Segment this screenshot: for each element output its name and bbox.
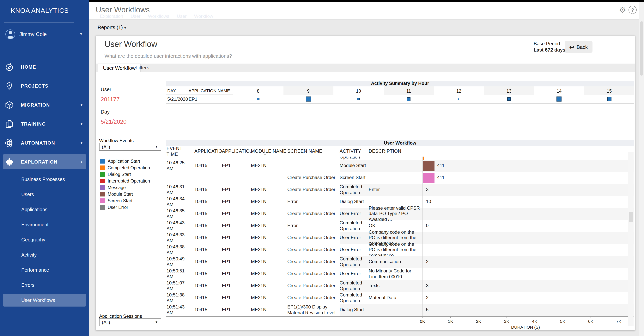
sidebar-item-geography[interactable]: Geography — [0, 232, 89, 247]
hour-header-13: 13 — [484, 86, 534, 95]
page-scrollbar-thumb[interactable] — [640, 21, 643, 76]
sidebar-item-users[interactable]: Users — [0, 187, 89, 202]
sidebar-item-exploration[interactable]: EXPLORATION▴ — [0, 152, 89, 171]
activity-marker[interactable] — [407, 97, 411, 101]
day-filter-value[interactable]: 5/21/2020 — [101, 118, 126, 125]
column-header-application-name[interactable]: APPLICATION NAME — [188, 88, 233, 93]
axis-title: DURATION (S) — [511, 325, 540, 329]
sidebar-item-environment[interactable]: Environment — [0, 217, 89, 232]
tab-filters[interactable]: Filters — [131, 64, 154, 72]
cell-application-user: 10415 — [194, 160, 222, 172]
user-workflow-table: User Workflow EVENT TIMEAPPLICATIO..APPL… — [166, 140, 634, 317]
workflow-events-select[interactable]: (All) ▼ — [99, 143, 161, 151]
sidebar-item-performance[interactable]: Performance — [0, 262, 89, 277]
back-arrow-icon: ↩ — [570, 44, 574, 50]
column-header-event-time[interactable]: EVENT TIME — [166, 146, 194, 157]
axis-tick-label: 7K — [616, 319, 621, 323]
duration-bar[interactable] — [423, 306, 423, 314]
cell-application-name: EP1 — [222, 304, 251, 316]
column-header-day[interactable]: DAY — [166, 88, 188, 93]
table-row[interactable]: 10:50:49 AM10415EP1ME21NCreate Purchase … — [166, 256, 634, 268]
user-name: Jimmy Cole — [19, 31, 47, 37]
legend-swatch — [100, 185, 105, 190]
table-row[interactable]: Create Purchase OrderScreen Start411 — [166, 172, 634, 184]
sidebar-item-migration[interactable]: MIGRATION▾ — [0, 95, 89, 114]
cell-application-user: 10415 — [194, 196, 222, 208]
table-row[interactable]: 10:46:31 AM10415EP1ME21NCreate Purchase … — [166, 184, 634, 196]
activity-marker[interactable] — [458, 98, 460, 100]
sidebar-item-business-processes[interactable]: Business Processes — [0, 172, 89, 187]
legend-swatch — [100, 192, 105, 196]
reports-dropdown[interactable]: Reports (1)▾ — [98, 25, 126, 30]
cell-screen-name: Create Purchase Order — [287, 244, 340, 256]
cell-module-name: ME21N — [251, 268, 287, 280]
cell-description: Material Data — [369, 292, 422, 304]
sidebar-item-applications[interactable]: Applications — [0, 202, 89, 217]
cell-event-time: 10:50:49 AM — [166, 256, 194, 268]
activity-summary-title: Activity Summary by Hour — [166, 81, 634, 86]
duration-bar[interactable] — [423, 222, 423, 230]
activity-marker[interactable] — [507, 97, 511, 101]
sidebar-item-label: TRAINING — [21, 121, 46, 127]
duration-bar[interactable] — [423, 282, 423, 290]
sidebar-item-errors[interactable]: Errors — [0, 277, 89, 293]
duration-bar[interactable] — [423, 173, 434, 183]
cell-application-user: 10415 — [194, 232, 222, 244]
help-icon[interactable]: ? — [628, 6, 637, 14]
activity-marker[interactable] — [557, 97, 562, 102]
legend-label: Screen Start — [108, 198, 132, 203]
table-row[interactable]: 10:46:25 AM10415EP1ME21NModule Start411 — [166, 160, 634, 172]
duration-bar[interactable] — [423, 198, 423, 206]
column-header-applicatio[interactable]: APPLICATIO.. — [222, 149, 251, 154]
duration-bar[interactable] — [423, 186, 423, 194]
application-sessions-select[interactable]: (All) ▼ — [99, 318, 161, 326]
legend-label: User Error — [108, 205, 128, 209]
chevron-down-icon: ▾ — [80, 122, 82, 126]
column-header-applicatio[interactable]: APPLICATIO.. — [194, 149, 222, 154]
sidebar-item-user-workflows[interactable]: User Workflows — [0, 293, 89, 308]
axis-tick — [450, 316, 451, 318]
table-row[interactable]: 10:48:38 AM10415EP1ME21NCreate Purchase … — [166, 244, 634, 256]
cell-activity: Completed Operation — [340, 280, 369, 292]
back-button-label: Back — [576, 44, 588, 50]
table-scrollbar-thumb[interactable] — [629, 212, 633, 222]
column-header-screen-name[interactable]: SCREEN NAME — [287, 149, 340, 154]
page-scrollbar[interactable] — [639, 2, 644, 336]
cell-application-user: 10415 — [194, 208, 222, 220]
activity-marker[interactable] — [257, 98, 260, 100]
row-right-group: User ErrorPlease enter valid CPSR data-P… — [340, 208, 634, 220]
table-row[interactable]: 10:50:51 AM10415EP1ME21NCreate Purchase … — [166, 268, 634, 280]
duration-bar[interactable] — [423, 161, 434, 171]
column-header-module-name[interactable]: MODULE NAME‒ — [251, 146, 287, 156]
column-header-label: ACTIVITY — [340, 149, 361, 154]
user-menu[interactable]: Jimmy Cole ▾ — [6, 29, 86, 39]
sidebar-item-automation[interactable]: AUTOMATION▾ — [0, 133, 89, 152]
activity-marker[interactable] — [607, 97, 612, 101]
sidebar-item-training[interactable]: TRAINING▾ — [0, 114, 89, 133]
activity-marker[interactable] — [357, 98, 360, 100]
duration-bar[interactable] — [423, 294, 423, 302]
table-row[interactable]: 10:51:43 AM10415EP1ME21NEP1(1)/300 Displ… — [166, 304, 634, 316]
chevron-down-icon: ▾ — [80, 103, 82, 107]
chevron-down-icon[interactable]: ▾ — [80, 32, 82, 36]
activity-summary-row[interactable]: 5/21/2020 EP1 — [166, 95, 634, 104]
column-header-activity[interactable]: ACTIVITY — [340, 149, 369, 154]
back-button[interactable]: ↩ Back — [564, 41, 592, 53]
base-period-value: Last 672 days — [534, 47, 566, 53]
duration-bar[interactable] — [423, 258, 423, 266]
table-scrollbar[interactable] — [628, 152, 634, 326]
cell-description: Texts — [369, 280, 422, 292]
axis-tick-label: 6K — [588, 319, 593, 323]
table-row[interactable]: 10:46:35 AM10415EP1ME21NCreate Purchase … — [166, 208, 634, 220]
table-row[interactable]: 10:51:38 AM10415EP1ME21NCreate Purchase … — [166, 292, 634, 304]
partial-row-spacer — [166, 157, 340, 160]
cell-activity: Completed Operation — [340, 220, 369, 232]
gear-icon[interactable]: ⚙ — [619, 6, 626, 14]
sidebar-item-projects[interactable]: PROJECTS — [0, 76, 89, 95]
sidebar-item-home[interactable]: HOME — [0, 57, 89, 76]
column-header-description[interactable]: DESCRIPTION — [369, 149, 422, 154]
activity-marker[interactable] — [306, 97, 311, 102]
sidebar-item-activity[interactable]: Activity — [0, 247, 89, 262]
table-row[interactable]: 10:51:07 AM10415EP1ME21NCreate Purchase … — [166, 280, 634, 292]
user-filter-value[interactable]: 201177 — [101, 96, 120, 102]
